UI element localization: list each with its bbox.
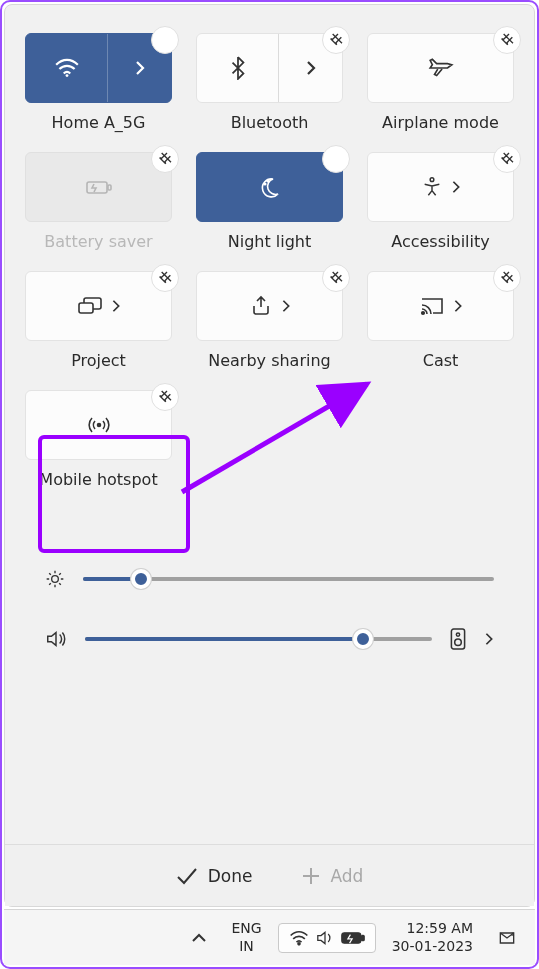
tile-label: Bluetooth xyxy=(196,113,343,132)
svg-point-4 xyxy=(267,180,269,182)
tile-cell-project: Project xyxy=(25,271,172,370)
tile-label: Accessibility xyxy=(367,232,514,251)
tile-bluetooth[interactable] xyxy=(196,33,343,103)
tile-airplane[interactable] xyxy=(367,33,514,103)
unpin-icon[interactable] xyxy=(151,145,179,173)
unpin-icon[interactable] xyxy=(151,26,179,54)
chevron-right-icon xyxy=(453,299,463,313)
svg-point-9 xyxy=(97,424,100,427)
chevron-right-icon xyxy=(281,299,291,313)
unpin-icon[interactable] xyxy=(322,145,350,173)
tile-cell-accessibility: Accessibility xyxy=(367,152,514,251)
tile-cell-airplane: Airplane mode xyxy=(367,33,514,132)
svg-point-13 xyxy=(455,639,462,646)
brightness-row xyxy=(45,549,494,609)
svg-point-8 xyxy=(421,312,424,315)
svg-point-15 xyxy=(298,942,300,944)
volume-icon xyxy=(315,930,335,946)
tile-label: Project xyxy=(25,351,172,370)
tile-cell-bluetooth: Bluetooth xyxy=(196,33,343,132)
chevron-right-icon xyxy=(484,632,494,646)
system-tray[interactable] xyxy=(278,923,376,953)
unpin-icon[interactable] xyxy=(493,26,521,54)
language-bottom: IN xyxy=(231,938,261,956)
unpin-icon[interactable] xyxy=(151,383,179,411)
svg-rect-17 xyxy=(361,935,364,940)
svg-rect-2 xyxy=(108,185,111,190)
quick-settings-panel: Home A_5G Bluetooth xyxy=(4,4,535,907)
unpin-icon[interactable] xyxy=(322,26,350,54)
unpin-icon[interactable] xyxy=(322,264,350,292)
battery-icon xyxy=(341,931,365,945)
tile-cell-cast: Cast xyxy=(367,271,514,370)
volume-row xyxy=(45,609,494,669)
svg-point-5 xyxy=(430,178,434,182)
language-indicator[interactable]: ENG IN xyxy=(223,916,269,959)
share-icon xyxy=(249,295,273,317)
tile-project[interactable] xyxy=(25,271,172,341)
tile-cell-battery-saver: Battery saver xyxy=(25,152,172,251)
volume-slider[interactable] xyxy=(85,637,432,641)
tile-label: Battery saver xyxy=(25,232,172,251)
tile-label: Night light xyxy=(196,232,343,251)
tile-battery-saver xyxy=(25,152,172,222)
tile-night-light[interactable] xyxy=(196,152,343,222)
unpin-icon[interactable] xyxy=(151,264,179,292)
airplane-icon xyxy=(428,57,454,79)
tile-wifi[interactable] xyxy=(25,33,172,103)
done-label: Done xyxy=(208,866,253,886)
unpin-icon[interactable] xyxy=(493,145,521,173)
tile-cast[interactable] xyxy=(367,271,514,341)
tile-nearby-sharing[interactable] xyxy=(196,271,343,341)
add-label: Add xyxy=(330,866,363,886)
clock-date: 30-01-2023 xyxy=(392,938,473,956)
clock[interactable]: 12:59 AM 30-01-2023 xyxy=(384,916,481,959)
language-top: ENG xyxy=(231,920,261,938)
svg-point-12 xyxy=(456,633,459,636)
brightness-slider[interactable] xyxy=(83,577,494,581)
notifications-button[interactable]: z xyxy=(489,924,525,952)
tile-label: Nearby sharing xyxy=(196,351,343,370)
done-button[interactable]: Done xyxy=(176,866,253,886)
tile-mobile-hotspot[interactable] xyxy=(25,390,172,460)
night-light-icon xyxy=(258,175,282,199)
plus-icon xyxy=(302,867,320,885)
brightness-icon xyxy=(45,569,65,589)
cast-icon xyxy=(419,296,445,316)
svg-point-3 xyxy=(264,183,266,185)
notification-icon: z xyxy=(497,928,517,948)
svg-point-0 xyxy=(65,74,68,77)
hotspot-icon xyxy=(86,414,112,436)
chevron-up-icon xyxy=(191,932,207,944)
project-icon xyxy=(77,296,103,316)
battery-saver-icon xyxy=(85,178,113,196)
bluetooth-icon[interactable] xyxy=(197,34,279,102)
unpin-icon[interactable] xyxy=(493,264,521,292)
svg-rect-16 xyxy=(341,932,360,942)
tile-label: Mobile hotspot xyxy=(25,470,172,489)
tile-cell-night-light: Night light xyxy=(196,152,343,251)
tile-accessibility[interactable] xyxy=(367,152,514,222)
wifi-icon[interactable] xyxy=(26,34,108,102)
clock-time: 12:59 AM xyxy=(392,920,473,938)
panel-footer: Done Add xyxy=(5,844,534,906)
add-button[interactable]: Add xyxy=(302,866,363,886)
sliders-section xyxy=(25,549,514,669)
volume-icon xyxy=(45,629,67,649)
wifi-icon xyxy=(289,930,309,946)
svg-point-10 xyxy=(52,576,59,583)
tile-label: Cast xyxy=(367,351,514,370)
tray-overflow[interactable] xyxy=(183,928,215,948)
tile-label: Home A_5G xyxy=(25,113,172,132)
chevron-right-icon xyxy=(451,180,461,194)
tile-cell-wifi: Home A_5G xyxy=(25,33,172,132)
chevron-right-icon xyxy=(111,299,121,313)
audio-output-expand[interactable] xyxy=(484,632,494,646)
tile-label: Airplane mode xyxy=(367,113,514,132)
chevron-right-icon xyxy=(134,60,146,76)
chevron-right-icon xyxy=(305,60,317,76)
accessibility-icon xyxy=(421,176,443,198)
tile-cell-mobile-hotspot: Mobile hotspot xyxy=(25,390,172,489)
taskbar: ENG IN 12:59 AM 30-01-2023 z xyxy=(4,909,535,965)
audio-output-icon[interactable] xyxy=(450,628,466,650)
